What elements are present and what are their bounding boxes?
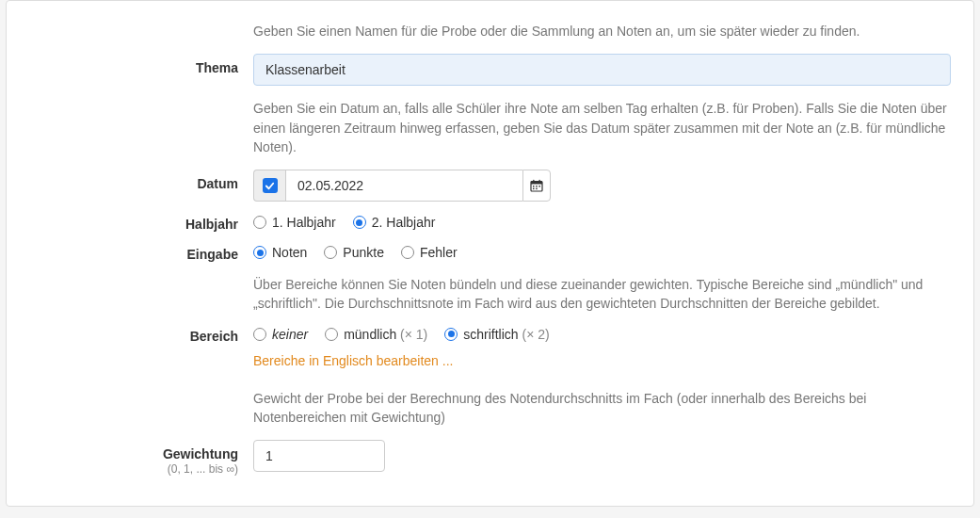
calendar-button[interactable]: [522, 170, 551, 202]
datum-label: Datum: [197, 176, 238, 191]
gewichtung-sublabel: (0, 1, ... bis ∞): [7, 462, 238, 476]
eingabe-radio-noten[interactable]: Noten: [253, 245, 307, 260]
radio-icon: [253, 328, 266, 341]
svg-rect-8: [536, 188, 538, 190]
halbjahr-radio-2[interactable]: 2. Halbjahr: [353, 215, 436, 230]
radio-icon: [324, 246, 337, 259]
radio-icon: [353, 216, 366, 229]
svg-rect-1: [531, 182, 542, 185]
svg-rect-4: [533, 186, 535, 187]
bereich-radio-schriftlich[interactable]: schriftlich (× 2): [444, 327, 549, 342]
thema-input[interactable]: [253, 54, 951, 86]
svg-rect-2: [533, 180, 534, 183]
bereich-help-text: Über Bereiche können Sie Noten bündeln u…: [253, 275, 951, 314]
eingabe-radio-fehler[interactable]: Fehler: [401, 245, 458, 260]
svg-rect-7: [533, 188, 535, 190]
bereich-radio-muendlich[interactable]: mündlich (× 1): [325, 327, 427, 342]
svg-rect-5: [536, 186, 538, 187]
bereich-label: Bereich: [190, 329, 238, 344]
radio-icon: [325, 328, 338, 341]
calendar-icon: [530, 179, 543, 192]
radio-icon: [401, 246, 414, 259]
svg-rect-3: [539, 180, 540, 183]
datum-input[interactable]: [285, 170, 522, 202]
radio-icon: [444, 328, 458, 341]
halbjahr-radio-1[interactable]: 1. Halbjahr: [253, 215, 336, 230]
form-card: Geben Sie einen Namen für die Probe oder…: [6, 0, 974, 507]
datum-help-text: Geben Sie ein Datum an, falls alle Schül…: [253, 99, 951, 156]
svg-rect-6: [538, 186, 540, 187]
radio-icon: [253, 246, 266, 259]
date-enable-checkbox[interactable]: [263, 178, 278, 193]
eingabe-radio-punkte[interactable]: Punkte: [324, 245, 384, 260]
eingabe-label: Eingabe: [187, 247, 238, 262]
halbjahr-label: Halbjahr: [185, 217, 238, 232]
gewichtung-help-text: Gewicht der Probe bei der Berechnung des…: [253, 389, 951, 428]
radio-icon: [253, 216, 266, 229]
gewichtung-input[interactable]: [253, 440, 385, 472]
date-enable-wrapper: [253, 170, 285, 202]
thema-label: Thema: [196, 60, 238, 75]
gewichtung-label: Gewichtung: [163, 446, 238, 461]
bereich-radio-none[interactable]: keiner: [253, 327, 308, 342]
thema-help-text: Geben Sie einen Namen für die Probe oder…: [253, 22, 951, 40]
footer-actions: Zurück Erstellen: [0, 507, 980, 518]
bereich-edit-link[interactable]: Bereiche in Englisch bearbeiten ...: [253, 353, 453, 368]
